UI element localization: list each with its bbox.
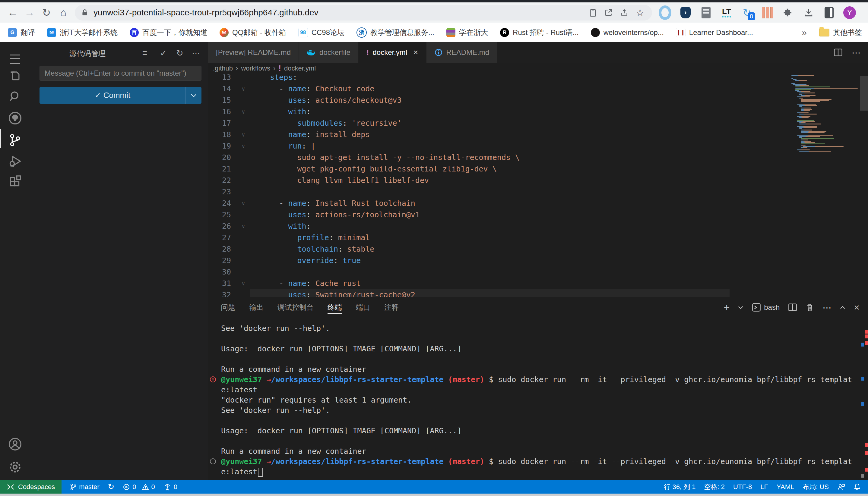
address-bar[interactable]: yunwei37-potential-space-trout-rpr5qwj66… (75, 5, 652, 20)
view-as-list-icon[interactable]: ≡ (138, 48, 151, 59)
fold-chevron-icon[interactable]: ∨ (238, 278, 249, 289)
code-editor[interactable]: 13 steps:14∨ - name: Checkout code15 use… (208, 74, 868, 297)
bookmark-item[interactable]: ✉QQ邮箱 - 收件箱 (220, 28, 286, 37)
bookmark-item[interactable]: 百百度一下，你就知道 (130, 28, 208, 37)
home-button[interactable]: ⌂ (55, 4, 72, 21)
fold-chevron-icon[interactable]: ∨ (238, 221, 249, 232)
sync-indicator[interactable]: ↻ (108, 482, 115, 492)
breadcrumb-item[interactable]: docker.yml (284, 64, 316, 72)
extensions-icon[interactable] (0, 173, 30, 192)
code-line: 18∨ - name: install deps (208, 129, 868, 140)
profile-avatar[interactable]: Y (843, 6, 856, 19)
bullets-extension-icon[interactable] (761, 6, 774, 19)
tab-docker-yml[interactable]: !docker.yml× (359, 42, 426, 63)
fold-chevron-icon[interactable]: ∨ (238, 129, 249, 140)
reload-button[interactable]: ↻ (38, 4, 55, 21)
settings-gear-icon[interactable] (0, 458, 30, 477)
tab-readme-md[interactable]: README.md (426, 42, 498, 63)
side-panel-icon[interactable] (823, 6, 835, 19)
ports-indicator[interactable]: 0 (163, 483, 177, 491)
fold-chevron-icon[interactable]: ∨ (238, 198, 249, 209)
panel-tab-输出[interactable]: 输出 (249, 297, 264, 317)
panel-tab-终端[interactable]: 终端 (328, 297, 342, 317)
line-number: 19 (208, 140, 231, 152)
editor-more-actions-icon[interactable]: ⋯ (852, 47, 861, 58)
share-icon[interactable] (616, 5, 632, 20)
minimap[interactable] (790, 75, 859, 153)
split-editor-icon[interactable] (834, 48, 843, 57)
refresh-icon[interactable]: ↻ (173, 48, 186, 59)
open-in-new-icon[interactable] (601, 5, 616, 20)
save-page-icon[interactable] (585, 5, 601, 20)
bookmark-item[interactable]: G翻译 (8, 28, 35, 37)
notifications-bell-icon[interactable] (854, 483, 861, 491)
tab-label: docker.yml (373, 48, 407, 57)
feedback-icon[interactable] (837, 483, 845, 491)
explorer-icon[interactable] (0, 66, 30, 85)
forward-button[interactable]: → (21, 4, 38, 21)
panel-tab-调试控制台[interactable]: 调试控制台 (278, 297, 314, 317)
fold-chevron-icon[interactable]: ∨ (238, 140, 249, 152)
eol-setting[interactable]: LF (760, 483, 768, 491)
bookmark-item[interactable]: ✉浙江大学邮件系统 (47, 28, 118, 37)
source-control-icon[interactable] (0, 130, 30, 150)
bookmark-item[interactable]: RRust 招聘 - Rust语... (500, 28, 579, 37)
editor-scrollbar[interactable] (860, 76, 868, 111)
kill-terminal-icon[interactable] (806, 303, 814, 312)
panel-more-actions-icon[interactable]: ⋯ (822, 302, 832, 313)
panel-tab-问题[interactable]: 问题 (221, 297, 235, 317)
code-text: with: (252, 106, 311, 118)
remote-indicator[interactable]: Codespaces (0, 480, 61, 494)
new-terminal-icon[interactable]: + (723, 301, 730, 313)
more-actions-icon[interactable]: ⋯ (190, 48, 203, 59)
panel-tab-注释[interactable]: 注释 (384, 297, 399, 317)
downloads-icon[interactable] (802, 6, 815, 19)
terminal[interactable]: See 'docker run --help'.Usage: docker ru… (208, 323, 868, 480)
panel-tab-端口[interactable]: 端口 (356, 297, 370, 317)
branch-indicator[interactable]: master (70, 483, 99, 491)
maximize-panel-icon[interactable] (840, 306, 845, 309)
language-mode[interactable]: YAML (777, 483, 794, 491)
other-bookmarks-button[interactable]: 其他书签 (819, 28, 862, 37)
commit-button[interactable]: ✓ Commit (40, 87, 201, 104)
fold-chevron-icon[interactable]: ∨ (238, 83, 249, 95)
keyboard-layout[interactable]: 布局: US (803, 482, 829, 492)
close-panel-icon[interactable]: × (854, 302, 859, 313)
fold-chevron-icon[interactable]: ∨ (238, 106, 249, 118)
commit-message-input[interactable] (40, 66, 201, 81)
bookmark-item[interactable]: 98CC98论坛 (298, 28, 344, 37)
search-icon[interactable] (0, 87, 30, 106)
split-terminal-icon[interactable] (788, 303, 797, 312)
tab--preview-readme-md[interactable]: [Preview] README.md (208, 42, 299, 63)
breadcrumb-item[interactable]: .github (213, 64, 233, 72)
shell-label[interactable]: bash (764, 303, 780, 312)
bookmarks-overflow-icon[interactable]: » (802, 27, 807, 38)
terminal-dropdown-icon[interactable] (738, 306, 744, 309)
back-button[interactable]: ← (4, 4, 21, 21)
extension-shield-icon[interactable]: › (679, 6, 692, 19)
github-icon[interactable] (0, 108, 30, 128)
commit-dropdown-button[interactable] (185, 87, 201, 104)
breadcrumb-item[interactable]: workflows (241, 64, 270, 72)
bookmark-item[interactable]: 浙教学管理信息服务... (357, 27, 434, 38)
bookmark-item[interactable]: 学在浙大 (446, 28, 488, 37)
encoding-setting[interactable]: UTF-8 (733, 483, 752, 491)
bookmark-star-icon[interactable]: ☆ (632, 5, 648, 20)
problems-indicator[interactable]: 0 0 (123, 483, 155, 491)
languagetool-icon[interactable]: LT (720, 6, 733, 19)
tab-dockerfile[interactable]: dockerfile (299, 42, 359, 63)
bookmark-item[interactable]: ❙❙Learner Dashboar... (676, 28, 753, 37)
run-debug-icon[interactable] (0, 152, 30, 171)
extensions-puzzle-icon[interactable] (782, 6, 794, 19)
bookmark-item[interactable]: weloveinterns/op... (591, 28, 664, 37)
close-tab-icon[interactable]: × (413, 48, 418, 57)
terminal-line: "docker run" requires at least 1 argumen… (208, 395, 868, 405)
sync-extension-icon[interactable]: ↻0 (741, 6, 753, 19)
browser-menu-icon[interactable]: ⋮ (864, 6, 868, 19)
extension-notes-icon[interactable] (700, 6, 713, 19)
account-icon[interactable] (0, 435, 30, 454)
commit-check-icon[interactable]: ✓ (157, 48, 170, 59)
extension-circle-icon[interactable] (659, 6, 671, 19)
indent-setting[interactable]: 空格: 2 (704, 482, 724, 492)
cursor-position[interactable]: 行 36, 列 1 (664, 482, 695, 492)
